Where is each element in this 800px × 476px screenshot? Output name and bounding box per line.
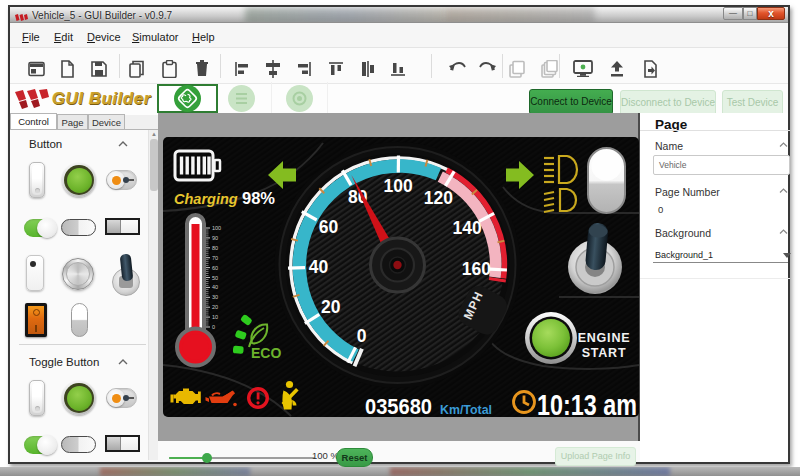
svg-text:70: 70 [212,255,218,261]
svg-text:50: 50 [212,275,218,281]
svg-text:10:13 am: 10:13 am [537,388,637,418]
svg-text:10: 10 [212,314,218,320]
svg-text:Km/Total: Km/Total [440,402,492,417]
svg-text:0: 0 [357,326,367,346]
svg-text:20: 20 [212,304,218,310]
svg-text:40: 40 [212,284,218,290]
svg-text:ECO: ECO [251,345,281,361]
svg-text:100: 100 [212,225,221,231]
svg-text:60: 60 [212,265,218,271]
svg-text:035680: 035680 [365,394,432,417]
svg-text:120: 120 [424,188,453,208]
svg-text:80: 80 [212,245,218,251]
svg-text:40: 40 [309,257,329,277]
svg-text:0: 0 [212,324,215,330]
svg-text:160: 160 [462,259,491,279]
svg-text:ENGINE: ENGINE [578,331,631,345]
svg-text:100: 100 [384,176,413,196]
svg-text:140: 140 [453,218,482,238]
svg-text:90: 90 [212,235,218,241]
svg-text:30: 30 [212,294,218,300]
svg-text:Charging: Charging [174,191,238,207]
svg-text:START: START [582,346,627,360]
svg-text:98%: 98% [242,189,275,207]
svg-text:20: 20 [321,297,341,317]
svg-text:60: 60 [319,217,339,237]
